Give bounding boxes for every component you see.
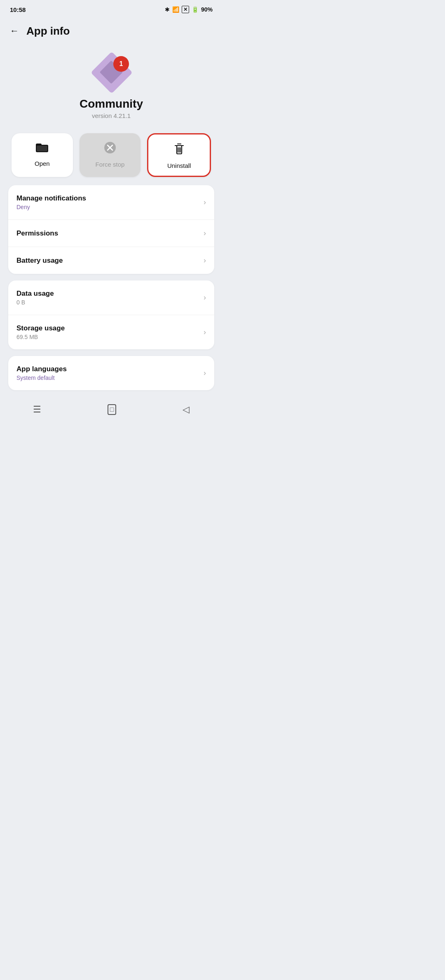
notification-badge: 1 [113,56,129,72]
storage-usage-title: Storage usage [16,324,65,332]
settings-groups: Manage notifications Deny › Permissions … [0,185,222,390]
chevron-icon: › [204,328,206,337]
app-name: Community [80,97,143,111]
battery-usage-content: Battery usage [16,257,63,265]
svg-rect-2 [37,146,47,151]
data-usage-title: Data usage [16,290,54,298]
x-battery-icon: ✕ [182,6,189,13]
permissions-row[interactable]: Permissions › [8,220,214,247]
force-stop-label: Force stop [96,161,125,168]
nav-home-icon[interactable]: □ [108,404,117,415]
chevron-icon: › [204,229,206,238]
open-label: Open [35,160,50,167]
app-icon-area: 1 Community version 4.21.1 [0,42,222,127]
force-stop-icon [104,141,116,157]
app-icon: 1 [93,54,130,91]
battery-icon: 🔋 [192,6,199,13]
data-usage-row[interactable]: Data usage 0 B › [8,280,214,315]
battery-percent: 90% [201,6,213,13]
status-time: 10:58 [10,6,26,13]
bluetooth-icon: ✱ [165,6,170,13]
battery-usage-title: Battery usage [16,257,63,265]
permissions-title: Permissions [16,229,58,238]
storage-usage-row[interactable]: Storage usage 69.5 MB › [8,315,214,349]
chevron-icon: › [204,256,206,265]
chevron-icon: › [204,198,206,207]
app-languages-content: App languages System default [16,365,67,381]
data-usage-sub: 0 B [16,299,54,306]
nav-bar: ☰ □ ◁ [0,397,222,425]
app-languages-title: App languages [16,365,67,373]
battery-usage-row[interactable]: Battery usage › [8,247,214,274]
storage-usage-sub: 69.5 MB [16,334,65,340]
page-title: App info [26,25,70,38]
nav-menu-icon[interactable]: ☰ [33,404,41,415]
settings-group-1: Manage notifications Deny › Permissions … [8,185,214,274]
manage-notifications-title: Manage notifications [16,194,86,203]
back-button[interactable]: ← [7,24,22,38]
app-languages-row[interactable]: App languages System default › [8,356,214,390]
data-usage-content: Data usage 0 B [16,290,54,306]
chevron-icon: › [204,369,206,377]
open-button[interactable]: Open [12,133,73,177]
app-version: version 4.21.1 [92,112,131,119]
settings-group-3: App languages System default › [8,356,214,390]
settings-group-2: Data usage 0 B › Storage usage 69.5 MB › [8,280,214,349]
uninstall-label: Uninstall [167,162,191,169]
action-buttons-row: Open Force stop Uninstall [0,127,222,185]
manage-notifications-row[interactable]: Manage notifications Deny › [8,185,214,220]
app-languages-sub: System default [16,375,67,381]
nav-back-icon[interactable]: ◁ [183,404,190,415]
header: ← App info [0,16,222,42]
status-icons: ✱ 📶 ✕ 🔋 90% [165,6,213,13]
uninstall-button[interactable]: Uninstall [147,133,211,177]
storage-usage-content: Storage usage 69.5 MB [16,324,65,340]
manage-notifications-content: Manage notifications Deny [16,194,86,210]
manage-notifications-sub: Deny [16,204,86,210]
force-stop-button[interactable]: Force stop [80,133,141,177]
wifi-icon: 📶 [172,6,179,13]
permissions-content: Permissions [16,229,58,238]
uninstall-icon [173,143,185,158]
open-icon [36,141,48,156]
status-bar: 10:58 ✱ 📶 ✕ 🔋 90% [0,0,222,16]
chevron-icon: › [204,293,206,302]
